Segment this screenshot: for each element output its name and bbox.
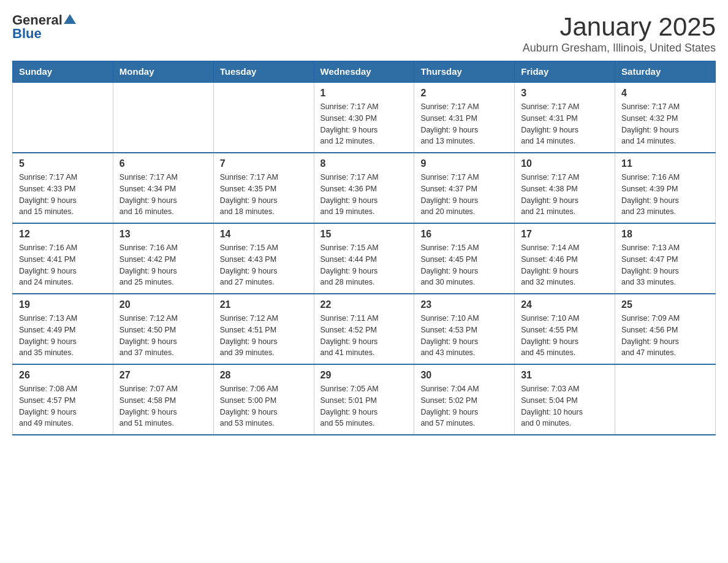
calendar-week-row: 19Sunrise: 7:13 AM Sunset: 4:49 PM Dayli… <box>13 294 716 364</box>
calendar-week-row: 26Sunrise: 7:08 AM Sunset: 4:57 PM Dayli… <box>13 364 716 435</box>
day-info: Sunrise: 7:17 AM Sunset: 4:34 PM Dayligh… <box>119 172 207 218</box>
table-row: 23Sunrise: 7:10 AM Sunset: 4:53 PM Dayli… <box>414 294 515 364</box>
col-tuesday: Tuesday <box>213 61 314 83</box>
table-row: 13Sunrise: 7:16 AM Sunset: 4:42 PM Dayli… <box>113 223 213 294</box>
day-number: 24 <box>521 299 609 310</box>
calendar-week-row: 12Sunrise: 7:16 AM Sunset: 4:41 PM Dayli… <box>13 223 716 294</box>
logo-triangle-icon <box>64 13 76 25</box>
table-row: 12Sunrise: 7:16 AM Sunset: 4:41 PM Dayli… <box>13 223 113 294</box>
table-row: 29Sunrise: 7:05 AM Sunset: 5:01 PM Dayli… <box>314 364 414 435</box>
page-header: General Blue January 2025 Auburn Gresham… <box>12 12 716 55</box>
day-number: 10 <box>521 158 609 169</box>
table-row: 25Sunrise: 7:09 AM Sunset: 4:56 PM Dayli… <box>615 294 716 364</box>
table-row: 5Sunrise: 7:17 AM Sunset: 4:33 PM Daylig… <box>13 153 113 223</box>
day-info: Sunrise: 7:06 AM Sunset: 5:00 PM Dayligh… <box>220 383 308 429</box>
table-row: 14Sunrise: 7:15 AM Sunset: 4:43 PM Dayli… <box>213 223 314 294</box>
day-number: 3 <box>521 88 609 99</box>
day-info: Sunrise: 7:17 AM Sunset: 4:31 PM Dayligh… <box>521 101 609 147</box>
table-row: 24Sunrise: 7:10 AM Sunset: 4:55 PM Dayli… <box>515 294 615 364</box>
day-number: 14 <box>220 229 308 240</box>
table-row: 8Sunrise: 7:17 AM Sunset: 4:36 PM Daylig… <box>314 153 414 223</box>
day-number: 31 <box>521 370 609 381</box>
day-number: 25 <box>621 299 709 310</box>
table-row: 6Sunrise: 7:17 AM Sunset: 4:34 PM Daylig… <box>113 153 213 223</box>
table-row: 26Sunrise: 7:08 AM Sunset: 4:57 PM Dayli… <box>13 364 113 435</box>
day-number: 23 <box>420 299 508 310</box>
day-info: Sunrise: 7:10 AM Sunset: 4:53 PM Dayligh… <box>420 313 508 359</box>
table-row: 1Sunrise: 7:17 AM Sunset: 4:30 PM Daylig… <box>314 82 414 153</box>
table-row: 30Sunrise: 7:04 AM Sunset: 5:02 PM Dayli… <box>414 364 515 435</box>
table-row: 31Sunrise: 7:03 AM Sunset: 5:04 PM Dayli… <box>515 364 615 435</box>
table-row: 9Sunrise: 7:17 AM Sunset: 4:37 PM Daylig… <box>414 153 515 223</box>
day-number: 11 <box>621 158 709 169</box>
day-info: Sunrise: 7:09 AM Sunset: 4:56 PM Dayligh… <box>621 313 709 359</box>
day-number: 7 <box>220 158 308 169</box>
day-number: 16 <box>420 229 508 240</box>
day-number: 29 <box>320 370 408 381</box>
col-saturday: Saturday <box>615 61 716 83</box>
day-info: Sunrise: 7:15 AM Sunset: 4:45 PM Dayligh… <box>420 242 508 288</box>
day-number: 1 <box>320 88 408 99</box>
day-number: 28 <box>220 370 308 381</box>
table-row: 10Sunrise: 7:17 AM Sunset: 4:38 PM Dayli… <box>515 153 615 223</box>
day-number: 9 <box>420 158 508 169</box>
day-info: Sunrise: 7:07 AM Sunset: 4:58 PM Dayligh… <box>119 383 207 429</box>
table-row: 3Sunrise: 7:17 AM Sunset: 4:31 PM Daylig… <box>515 82 615 153</box>
table-row: 11Sunrise: 7:16 AM Sunset: 4:39 PM Dayli… <box>615 153 716 223</box>
day-number: 15 <box>320 229 408 240</box>
day-info: Sunrise: 7:14 AM Sunset: 4:46 PM Dayligh… <box>521 242 609 288</box>
day-number: 13 <box>119 229 207 240</box>
day-number: 5 <box>19 158 107 169</box>
day-info: Sunrise: 7:17 AM Sunset: 4:31 PM Dayligh… <box>420 101 508 147</box>
table-row <box>113 82 213 153</box>
day-number: 22 <box>320 299 408 310</box>
table-row: 19Sunrise: 7:13 AM Sunset: 4:49 PM Dayli… <box>13 294 113 364</box>
calendar-table: Sunday Monday Tuesday Wednesday Thursday… <box>12 61 716 435</box>
table-row: 2Sunrise: 7:17 AM Sunset: 4:31 PM Daylig… <box>414 82 515 153</box>
day-info: Sunrise: 7:15 AM Sunset: 4:43 PM Dayligh… <box>220 242 308 288</box>
table-row <box>13 82 113 153</box>
day-number: 18 <box>621 229 709 240</box>
table-row: 15Sunrise: 7:15 AM Sunset: 4:44 PM Dayli… <box>314 223 414 294</box>
col-wednesday: Wednesday <box>314 61 414 83</box>
logo-text-blue: Blue <box>12 26 42 42</box>
col-thursday: Thursday <box>414 61 515 83</box>
day-number: 21 <box>220 299 308 310</box>
day-info: Sunrise: 7:10 AM Sunset: 4:55 PM Dayligh… <box>521 313 609 359</box>
day-info: Sunrise: 7:13 AM Sunset: 4:47 PM Dayligh… <box>621 242 709 288</box>
calendar-header-row: Sunday Monday Tuesday Wednesday Thursday… <box>13 61 716 83</box>
title-area: January 2025 Auburn Gresham, Illinois, U… <box>523 12 716 55</box>
day-number: 19 <box>19 299 107 310</box>
day-info: Sunrise: 7:12 AM Sunset: 4:51 PM Dayligh… <box>220 313 308 359</box>
table-row: 4Sunrise: 7:17 AM Sunset: 4:32 PM Daylig… <box>615 82 716 153</box>
day-number: 27 <box>119 370 207 381</box>
table-row: 20Sunrise: 7:12 AM Sunset: 4:50 PM Dayli… <box>113 294 213 364</box>
table-row: 17Sunrise: 7:14 AM Sunset: 4:46 PM Dayli… <box>515 223 615 294</box>
logo: General Blue <box>12 12 76 42</box>
day-info: Sunrise: 7:12 AM Sunset: 4:50 PM Dayligh… <box>119 313 207 359</box>
col-sunday: Sunday <box>13 61 113 83</box>
calendar-week-row: 5Sunrise: 7:17 AM Sunset: 4:33 PM Daylig… <box>13 153 716 223</box>
col-friday: Friday <box>515 61 615 83</box>
day-info: Sunrise: 7:17 AM Sunset: 4:35 PM Dayligh… <box>220 172 308 218</box>
table-row: 21Sunrise: 7:12 AM Sunset: 4:51 PM Dayli… <box>213 294 314 364</box>
day-info: Sunrise: 7:03 AM Sunset: 5:04 PM Dayligh… <box>521 383 609 429</box>
table-row: 27Sunrise: 7:07 AM Sunset: 4:58 PM Dayli… <box>113 364 213 435</box>
location-title: Auburn Gresham, Illinois, United States <box>523 42 716 55</box>
day-number: 8 <box>320 158 408 169</box>
day-info: Sunrise: 7:17 AM Sunset: 4:37 PM Dayligh… <box>420 172 508 218</box>
day-number: 17 <box>521 229 609 240</box>
day-info: Sunrise: 7:17 AM Sunset: 4:38 PM Dayligh… <box>521 172 609 218</box>
month-title: January 2025 <box>523 12 716 42</box>
day-info: Sunrise: 7:16 AM Sunset: 4:39 PM Dayligh… <box>621 172 709 218</box>
day-info: Sunrise: 7:15 AM Sunset: 4:44 PM Dayligh… <box>320 242 408 288</box>
day-info: Sunrise: 7:04 AM Sunset: 5:02 PM Dayligh… <box>420 383 508 429</box>
day-info: Sunrise: 7:17 AM Sunset: 4:32 PM Dayligh… <box>621 101 709 147</box>
table-row: 7Sunrise: 7:17 AM Sunset: 4:35 PM Daylig… <box>213 153 314 223</box>
day-number: 26 <box>19 370 107 381</box>
day-number: 30 <box>420 370 508 381</box>
day-number: 20 <box>119 299 207 310</box>
svg-marker-0 <box>64 14 76 24</box>
calendar-week-row: 1Sunrise: 7:17 AM Sunset: 4:30 PM Daylig… <box>13 82 716 153</box>
day-number: 12 <box>19 229 107 240</box>
